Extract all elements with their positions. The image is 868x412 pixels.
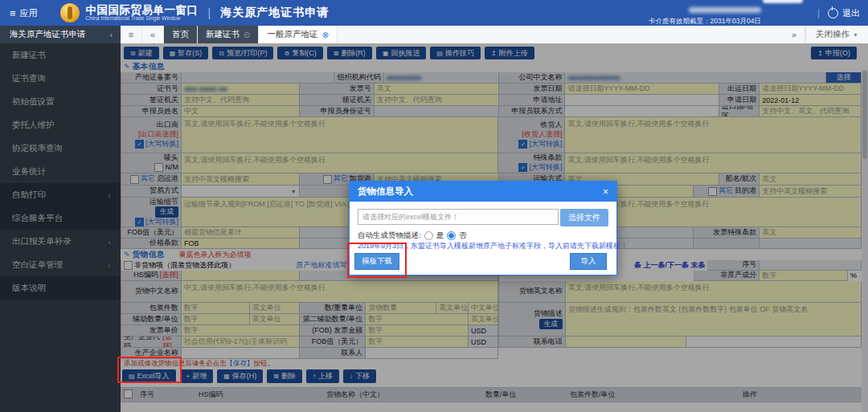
radio-yes[interactable] [424,231,433,240]
close-operations-dropdown[interactable]: 关闭操作 ▼ [805,26,868,43]
radio-no-label[interactable]: 否 [459,230,467,241]
power-icon[interactable] [828,8,838,18]
radio-no-selected[interactable] [447,231,456,240]
tab-label: 一般原产地证 [267,29,317,40]
header-divider: | [208,6,211,19]
annotation-box-template-download [347,243,407,278]
tab-close-icon[interactable]: ⊗ [321,31,328,39]
tab-general-certificate-active[interactable]: 一般原产地证 ⊗ [259,26,337,43]
apps-menu[interactable]: 应用 [20,7,38,19]
brand-block: 中国国际贸易单一窗口 China International Trade Sin… [86,5,199,22]
excel-file-input[interactable]: 请选择对应的excel模板文件！ [358,209,559,225]
brand-subtitle: China International Trade Single Window [86,16,199,22]
app-window: ≡ 应用 中国国际贸易单一窗口 China International Trad… [0,0,868,412]
hamburger-icon[interactable]: ≡ [10,7,16,19]
chevron-down-icon: ▼ [853,32,858,38]
choose-file-button[interactable]: 选择文件 [560,209,608,226]
brand-logo-icon [60,3,80,22]
tab-scroll-left-icon[interactable]: « [142,26,164,43]
radio-yes-label[interactable]: 是 [436,230,444,241]
sidebar-panel-label: 海关原产地证书申请 [10,29,86,40]
dialog-titlebar: 货物信息导入 × [350,182,616,202]
header-right: 卡介质有效期截至：2031年03月04日 | 退出 [649,1,860,24]
sidebar-panel-title[interactable]: 海关原产地证书申请 ‹ [0,26,121,43]
tab-home[interactable]: 首页 [164,26,198,43]
dialog-title: 货物信息导入 [358,186,413,198]
tab-label: 首页 [172,29,189,40]
import-button[interactable]: 导入 [570,253,607,270]
tab-bar: 海关原产地证书申请 ‹ ≡ « 首页 新建证书 ⊙ 一般原产地证 ⊗ » 关闭操… [0,26,868,44]
header-sep: | [817,7,820,18]
redacted-username [689,7,761,13]
brand-title: 中国国际贸易单一窗口 [86,5,199,16]
redacted-account [763,0,803,3]
auto-desc-radio-group: 自动生成货物描述: 是 否 [358,230,467,241]
tab-refresh-icon[interactable]: ⊙ [244,31,250,39]
user-info: 卡介质有效期截至：2031年03月04日 [649,1,761,24]
page-title: 海关原产地证书申请 [220,6,329,20]
tabbar-right: » 关闭操作 ▼ [784,26,868,43]
collapse-sidebar-icon[interactable]: ‹ [110,31,113,39]
top-header: ≡ 应用 中国国际贸易单一窗口 China International Trad… [0,0,868,26]
tab-new-certificate[interactable]: 新建证书 ⊙ [198,26,259,43]
tab-list-icon[interactable]: ≡ [121,26,142,43]
close-operations-label: 关闭操作 [816,29,850,40]
tab-scroll-right-icon[interactable]: » [784,26,805,43]
annotation-box-excel-import [117,357,182,383]
card-validity: 卡介质有效期截至：2031年03月04日 [649,17,761,25]
auto-desc-label: 自动生成货物描述: [358,230,421,241]
logout-button[interactable]: 退出 [842,7,860,19]
close-icon[interactable]: × [603,186,608,198]
tab-label: 新建证书 [206,29,240,40]
